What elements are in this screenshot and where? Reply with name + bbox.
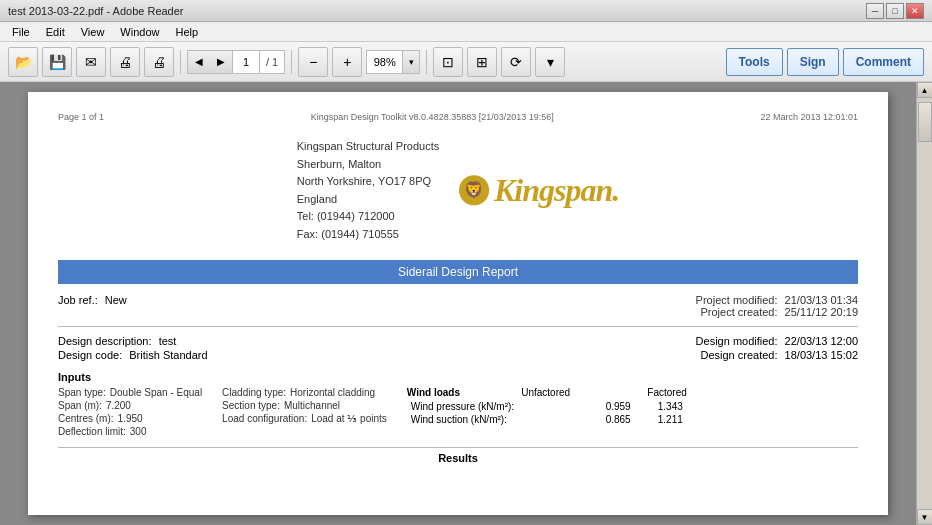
comment-button[interactable]: Comment (843, 48, 924, 76)
wind-loads-title: Wind loads (407, 387, 460, 398)
maximize-button[interactable]: □ (886, 3, 904, 19)
save-button[interactable]: 💾 (42, 47, 72, 77)
input-row: Span (m):7.200 (58, 400, 202, 411)
wind-loads-header: Wind loads Unfactored Factored (407, 387, 687, 398)
inputs-section: Inputs Span type:Double Span - EqualSpan… (58, 371, 858, 437)
wind-row-unfactored: 0.959 (583, 400, 635, 413)
job-ref-value: New (105, 294, 127, 306)
wind-table: Wind pressure (kN/m²):0.9591.343Wind suc… (407, 400, 687, 426)
job-ref: Job ref.: New (58, 294, 127, 318)
menubar: File Edit View Window Help (0, 22, 932, 42)
toolbar-separator-2 (291, 50, 292, 74)
window-controls: ─ □ ✕ (866, 3, 924, 19)
menu-edit[interactable]: Edit (38, 24, 73, 40)
open-button[interactable]: 📂 (8, 47, 38, 77)
results-title: Results (58, 447, 858, 464)
scroll-up-button[interactable]: ▲ (917, 82, 933, 98)
design-desc-row: Design description: test Design modified… (58, 335, 858, 347)
input-row: Centres (m):1.950 (58, 413, 202, 424)
wind-unfactored-header: Unfactored (521, 387, 570, 398)
input-value: 7.200 (106, 400, 131, 411)
input-label: Section type: (222, 400, 280, 411)
job-info-row: Job ref.: New Project modified: 21/03/13… (58, 294, 858, 318)
company-address1: Sherburn, Malton (297, 156, 439, 174)
input-row: Load configuration:Load at ⅓ points (222, 413, 387, 424)
design-code: Design code: British Standard (58, 349, 208, 361)
zoom-out-button[interactable]: − (298, 47, 328, 77)
project-modified: Project modified: 21/03/13 01:34 (696, 294, 858, 306)
wind-row-factored: 1.211 (635, 413, 687, 426)
email-button[interactable]: ✉ (76, 47, 106, 77)
fit-width-button[interactable]: ⊞ (467, 47, 497, 77)
toolbar-separator-3 (426, 50, 427, 74)
design-created-label: Design created: (700, 349, 777, 361)
svg-text:🦁: 🦁 (464, 181, 484, 200)
page-total: / 1 (260, 56, 284, 68)
wind-row-factored: 1.343 (635, 400, 687, 413)
close-button[interactable]: ✕ (906, 3, 924, 19)
company-name: Kingspan Structural Products (297, 138, 439, 156)
scrollbar: ▲ ▼ (916, 82, 932, 525)
menu-view[interactable]: View (73, 24, 113, 40)
input-value: 1.950 (118, 413, 143, 424)
minimize-button[interactable]: ─ (866, 3, 884, 19)
window-title: test 2013-03-22.pdf - Adobe Reader (8, 5, 866, 17)
rotate-dropdown[interactable]: ▾ (535, 47, 565, 77)
menu-window[interactable]: Window (112, 24, 167, 40)
company-fax: Fax: (01944) 710555 (297, 226, 439, 244)
next-page-button[interactable]: ▶ (210, 51, 232, 73)
project-modified-label: Project modified: (696, 294, 778, 306)
toolkit-version: Kingspan Design Toolkit v8.0.4828.35883 … (311, 112, 554, 122)
scroll-thumb[interactable] (918, 102, 932, 142)
menu-file[interactable]: File (4, 24, 38, 40)
page-indicator: Page 1 of 1 (58, 112, 104, 122)
inputs-col1: Span type:Double Span - EqualSpan (m):7.… (58, 387, 202, 437)
inputs-title: Inputs (58, 371, 858, 383)
scroll-track[interactable] (917, 98, 932, 509)
sign-button[interactable]: Sign (787, 48, 839, 76)
menu-help[interactable]: Help (167, 24, 206, 40)
print2-button[interactable]: 🖨 (144, 47, 174, 77)
wind-table-row: Wind suction (kN/m²):0.8651.211 (407, 413, 687, 426)
design-code-row: Design code: British Standard Design cre… (58, 349, 858, 361)
input-row: Section type:Multichannel (222, 400, 387, 411)
zoom-in-button[interactable]: + (332, 47, 362, 77)
wind-row-label: Wind pressure (kN/m²): (407, 400, 583, 413)
prev-page-button[interactable]: ◀ (188, 51, 210, 73)
page-number-input[interactable] (232, 51, 260, 73)
wind-table-row: Wind pressure (kN/m²):0.9591.343 (407, 400, 687, 413)
zoom-input[interactable] (367, 51, 403, 73)
company-block: Kingspan Structural Products Sherburn, M… (58, 138, 858, 244)
design-desc: Design description: test (58, 335, 176, 347)
project-created-label: Project created: (700, 306, 777, 318)
toolbar-separator-1 (180, 50, 181, 74)
tools-button[interactable]: Tools (726, 48, 783, 76)
design-desc-value: test (159, 335, 177, 347)
pdf-header-meta: Page 1 of 1 Kingspan Design Toolkit v8.0… (58, 112, 858, 122)
print-button[interactable]: 🖨 (110, 47, 140, 77)
zoom-group: ▾ (366, 50, 420, 74)
company-address3: England (297, 191, 439, 209)
input-value: 300 (130, 426, 147, 437)
company-tel: Tel: (01944) 712000 (297, 208, 439, 226)
window-titlebar: test 2013-03-22.pdf - Adobe Reader ─ □ ✕ (0, 0, 932, 22)
design-modified: Design modified: 22/03/13 12:00 (696, 335, 858, 347)
design-modified-value: 22/03/13 12:00 (785, 335, 858, 347)
fit-page-button[interactable]: ⊡ (433, 47, 463, 77)
design-created-value: 18/03/13 15:02 (785, 349, 858, 361)
input-label: Span (m): (58, 400, 102, 411)
design-modified-label: Design modified: (696, 335, 778, 347)
rotate-button[interactable]: ⟳ (501, 47, 531, 77)
report-date: 22 March 2013 12:01:01 (760, 112, 858, 122)
input-row: Deflection limit:300 (58, 426, 202, 437)
report-title-bar: Siderail Design Report (58, 260, 858, 284)
pdf-scroll-area[interactable]: Page 1 of 1 Kingspan Design Toolkit v8.0… (0, 82, 916, 525)
input-row: Cladding type:Horizontal cladding (222, 387, 387, 398)
input-value: Multichannel (284, 400, 340, 411)
company-info: Kingspan Structural Products Sherburn, M… (297, 138, 439, 244)
project-dates: Project modified: 21/03/13 01:34 Project… (696, 294, 858, 318)
inputs-grid: Span type:Double Span - EqualSpan (m):7.… (58, 387, 858, 437)
scroll-down-button[interactable]: ▼ (917, 509, 933, 525)
zoom-dropdown-button[interactable]: ▾ (403, 51, 419, 73)
project-modified-value: 21/03/13 01:34 (785, 294, 858, 306)
